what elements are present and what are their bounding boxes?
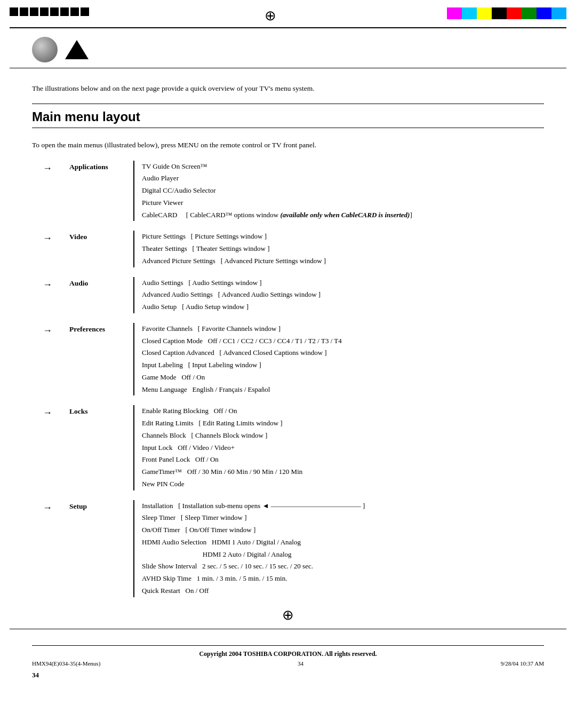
arrow-icon-audio: → — [43, 279, 52, 290]
audio-item-3: Audio Setup [ Audio Setup window ] — [142, 301, 544, 313]
section-audio: → Audio Audio Settings [ Audio Settings … — [43, 277, 544, 313]
lock-item-5: Front Panel Lock Off / On — [142, 454, 544, 466]
arrow-preferences: → — [43, 323, 69, 336]
second-border — [10, 68, 566, 68]
setup-item-4: HDMI Audio Selection HDMI 1 Auto / Digit… — [142, 536, 544, 549]
arrow-setup: → — [43, 500, 69, 513]
swatch-blue — [537, 7, 551, 19]
arrow-icon-locks: → — [43, 407, 52, 418]
section-applications: → Applications TV Guide On Screen™ Audio… — [43, 161, 544, 221]
section-setup: → Setup Installation [ Installation sub-… — [43, 500, 544, 597]
reg-sq-6 — [60, 7, 69, 16]
setup-item-6: Slide Show Interval 2 sec. / 5 sec. / 10… — [142, 560, 544, 573]
vert-line-locks — [133, 405, 134, 490]
main-content: The illustrations below and on the next … — [32, 83, 544, 597]
arrow-icon-applications: → — [43, 163, 52, 174]
reg-sq-8 — [81, 7, 89, 16]
vert-line-audio — [133, 277, 134, 313]
footer-right: 9/28/04 10:37 AM — [501, 660, 544, 667]
app-item-5: CableCARD [ CableCARD™ options window (a… — [142, 209, 544, 221]
audio-item-2: Advanced Audio Settings [ Advanced Audio… — [142, 289, 544, 301]
reg-sq-3 — [30, 7, 38, 16]
black-squares — [10, 7, 89, 16]
pref-item-5: Game Mode Off / On — [142, 371, 544, 384]
menu-diagram: → Applications TV Guide On Screen™ Audio… — [43, 161, 544, 597]
page-title: Main menu layout — [32, 109, 544, 128]
swatch-cyan — [462, 7, 477, 19]
lock-item-6: GameTimer™ Off / 30 Min / 60 Min / 90 Mi… — [142, 466, 544, 478]
pref-item-3: Closed Caption Advanced [ Advanced Close… — [142, 347, 544, 359]
setup-item-3: On/Off Timer [ On/Off Timer window ] — [142, 524, 544, 536]
footer-center: 34 — [298, 660, 303, 667]
logo-triangle — [65, 40, 89, 59]
section-locks: → Locks Enable Rating Blocking Off / On … — [43, 405, 544, 490]
arrow-locks: → — [43, 405, 69, 418]
footer-left: HMX94(E)034-35(4-Menus) — [32, 660, 100, 667]
arrow-video: → — [43, 231, 69, 244]
arrow-applications: → — [43, 161, 69, 174]
reg-sq-5 — [50, 7, 59, 16]
spacer — [32, 136, 544, 140]
arrow-icon-preferences: → — [43, 325, 52, 336]
vert-line-applications — [133, 161, 134, 221]
setup-item-5: HDMI 2 Auto / Digital / Analog — [142, 549, 544, 561]
logo-circle — [32, 37, 58, 62]
label-audio: Audio — [69, 277, 133, 288]
pref-item-6: Menu Language English / Français / Españ… — [142, 384, 544, 396]
app-item-2: Audio Player — [142, 172, 544, 185]
items-preferences: Favorite Channels [ Favorite Channels wi… — [142, 323, 544, 396]
video-item-2: Theater Settings [ Theater Settings wind… — [142, 243, 544, 255]
setup-item-1: Installation [ Installation sub-menu ope… — [142, 500, 544, 512]
swatch-yellow — [477, 7, 492, 19]
setup-item-8: Quick Restart On / Off — [142, 585, 544, 597]
label-video: Video — [69, 231, 133, 241]
app-item-3: Digital CC/Audio Selector — [142, 185, 544, 197]
lock-item-1: Enable Rating Blocking Off / On — [142, 405, 544, 417]
items-audio: Audio Settings [ Audio Settings window ]… — [142, 277, 544, 313]
crosshair-bottom: ⊕ — [0, 607, 576, 623]
logo-area — [32, 37, 544, 62]
lock-item-4: Input Lock Off / Video / Video+ — [142, 442, 544, 454]
video-item-3: Advanced Picture Settings [ Advanced Pic… — [142, 255, 544, 267]
title-divider-top — [32, 104, 544, 104]
section-video: → Video Picture Settings [ Picture Setti… — [43, 231, 544, 267]
arrow-icon-setup: → — [43, 502, 52, 513]
audio-item-1: Audio Settings [ Audio Settings window ] — [142, 277, 544, 289]
section-preferences: → Preferences Favorite Channels [ Favori… — [43, 323, 544, 396]
label-preferences: Preferences — [69, 323, 133, 334]
page-header: ⊕ — [0, 0, 576, 27]
intro-text: The illustrations below and on the next … — [32, 83, 544, 94]
label-setup: Setup — [69, 500, 133, 511]
items-video: Picture Settings [ Picture Settings wind… — [142, 231, 544, 267]
registration-marks-left — [10, 7, 93, 16]
swatch-black — [492, 7, 507, 19]
arrow-audio: → — [43, 277, 69, 290]
arrow-icon-video: → — [43, 233, 52, 244]
video-item-1: Picture Settings [ Picture Settings wind… — [142, 231, 544, 243]
open-menu-text: To open the main menus (illustrated belo… — [32, 140, 544, 151]
swatch-lightblue — [551, 7, 566, 19]
label-applications: Applications — [69, 161, 133, 171]
pref-item-2: Closed Caption Mode Off / CC1 / CC2 / CC… — [142, 335, 544, 347]
items-applications: TV Guide On Screen™ Audio Player Digital… — [142, 161, 544, 221]
reg-sq-1 — [10, 7, 18, 16]
swatch-green — [522, 7, 537, 19]
vert-line-preferences — [133, 323, 134, 396]
page-number: 34 — [32, 671, 576, 679]
vert-line-video — [133, 231, 134, 267]
app-item-1: TV Guide On Screen™ — [142, 161, 544, 173]
label-locks: Locks — [69, 405, 133, 416]
bottom-border — [10, 629, 566, 629]
swatch-red — [507, 7, 522, 19]
reg-sq-7 — [70, 7, 79, 16]
lock-item-7: New PIN Code — [142, 478, 544, 490]
reg-sq-4 — [40, 7, 49, 16]
setup-item-2: Sleep Timer [ Sleep Timer window ] — [142, 512, 544, 524]
pref-item-1: Favorite Channels [ Favorite Channels wi… — [142, 323, 544, 335]
items-setup: Installation [ Installation sub-menu ope… — [142, 500, 544, 597]
vert-line-setup — [133, 500, 134, 597]
color-swatches-top — [447, 7, 566, 19]
swatch-magenta — [447, 7, 462, 19]
top-border — [10, 27, 566, 28]
pref-item-4: Input Labeling [ Input Labeling window ] — [142, 359, 544, 371]
